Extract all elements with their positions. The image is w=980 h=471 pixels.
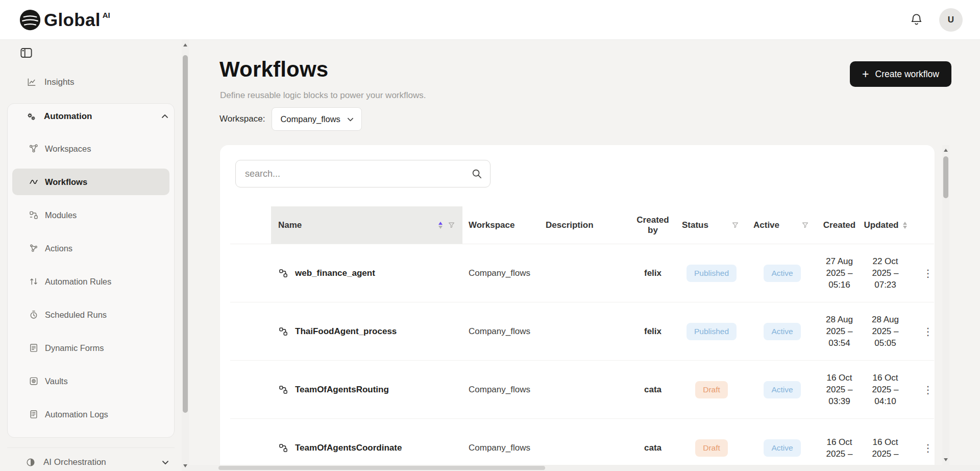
sidebar-item-workflows[interactable]: Workflows [12,169,169,195]
table-row[interactable]: TeamOfAgentsCoordinate Company_flows cat… [230,419,934,471]
kebab-menu-icon[interactable]: ⋮ [923,268,933,278]
workspaces-label: Workspaces [45,144,91,154]
sidebar-item-modules[interactable]: Modules [12,202,169,228]
create-workflow-button[interactable]: + Create workflow [850,61,951,87]
sidebar-item-automation[interactable]: Automation [8,104,174,129]
sidebar-item-scheduled-runs[interactable]: Scheduled Runs [12,301,169,328]
sidebar-item-insights[interactable]: Insights [7,69,175,95]
table-scrollbar-thumb[interactable] [943,156,948,198]
active-badge: Active [764,265,800,282]
updated-cell: 16 Oct 2025 – [862,436,909,460]
app-header: Global AI U [0,0,980,40]
workflow-name-cell: web_finance_agent [271,268,462,278]
table-row[interactable]: TeamOfAgentsRouting Company_flows cata D… [230,361,934,419]
scroll-up-arrow[interactable] [942,146,949,154]
user-avatar[interactable]: U [939,8,963,32]
brand[interactable]: Global AI [18,8,110,32]
sidebar-scrollbar-thumb[interactable] [183,55,188,413]
brand-name: Global [44,8,101,32]
status-badge: Published [687,265,737,282]
table-row[interactable]: ThaiFoodAgent_process Company_flows feli… [230,302,934,361]
workflow-icon [278,385,288,395]
kebab-menu-icon[interactable]: ⋮ [923,385,933,395]
kebab-menu-icon[interactable]: ⋮ [923,443,933,453]
sidebar-item-actions[interactable]: Actions [12,235,169,262]
workflows-table: Name Workspace Description Created by St… [230,206,934,471]
name-header-label: Name [278,220,302,230]
column-header-status[interactable]: Status [676,206,747,244]
filter-icon[interactable] [731,221,747,229]
automation-section: Automation Workspaces Workflows [7,103,175,438]
column-header-description: Description [540,206,630,244]
column-header-active[interactable]: Active [747,206,817,244]
sidebar-item-vaults[interactable]: Vaults [12,368,169,394]
column-header-created: Created [817,206,862,244]
sidebar: Insights Automation Workspaces [0,40,182,471]
workspace-dropdown[interactable]: Company_flows [272,107,361,131]
workflows-label: Workflows [45,177,87,187]
insights-chart-icon [27,77,37,87]
workflow-name-link[interactable]: web_finance_agent [295,268,375,278]
select-column-header [230,206,271,244]
kebab-menu-icon[interactable]: ⋮ [923,326,933,337]
active-badge: Active [764,381,800,398]
column-header-created-by: Created by [630,206,676,244]
search-input[interactable] [235,160,491,187]
active-badge: Active [764,323,800,340]
sidebar-item-ai-orchestration[interactable]: AI Orchestration [7,448,175,471]
workflow-icon [278,326,288,337]
created-cell: 28 Aug 2025 – 03:54 [817,314,862,349]
sidebar-collapse-icon[interactable] [19,46,35,61]
scroll-down-arrow[interactable] [182,462,189,470]
vaults-label: Vaults [45,376,68,386]
automation-logs-icon [29,409,39,419]
horizontal-scrollbar-thumb[interactable] [218,466,545,470]
sort-icon[interactable] [438,222,443,229]
sidebar-item-dynamic-forms[interactable]: Dynamic Forms [12,335,169,361]
workspaces-icon [29,144,39,154]
brand-logo-icon [18,8,42,32]
sidebar-item-workspaces[interactable]: Workspaces [12,135,169,162]
sidebar-scrollbar[interactable] [182,40,189,471]
updated-cell: 16 Oct 2025 – 04:10 [862,372,909,407]
automation-gears-icon [26,111,36,122]
insights-label: Insights [44,77,75,87]
status-badge: Draft [695,381,728,398]
table-row[interactable]: web_finance_agent Company_flows felix Pu… [230,244,934,302]
ai-orchestration-icon [26,457,36,467]
workflow-name-link[interactable]: TeamOfAgentsCoordinate [295,443,402,453]
sidebar-item-automation-logs[interactable]: Automation Logs [12,401,169,428]
created-by-cell: felix [630,268,676,278]
chevron-down-icon [161,458,175,466]
created-by-cell: felix [630,326,676,337]
workflow-name-cell: ThaiFoodAgent_process [271,326,462,337]
filter-icon[interactable] [801,221,817,229]
sort-icon[interactable] [903,222,907,229]
scroll-up-arrow[interactable] [182,41,189,49]
filter-icon[interactable] [448,221,455,229]
workflow-name-link[interactable]: TeamOfAgentsRouting [295,385,389,395]
workflow-name-link[interactable]: ThaiFoodAgent_process [295,326,397,337]
column-header-updated[interactable]: Updated [862,206,909,244]
table-scrollbar[interactable] [942,145,949,465]
workspace-cell: Company_flows [462,326,540,337]
workspace-dropdown-value: Company_flows [280,114,340,124]
horizontal-scrollbar[interactable] [189,465,980,471]
vaults-icon [29,376,39,386]
scheduled-runs-label: Scheduled Runs [45,310,107,320]
notifications-bell-icon[interactable] [909,12,924,28]
plus-icon: + [862,68,869,80]
workflow-name-cell: TeamOfAgentsCoordinate [271,443,462,453]
created-cell: 16 Oct 2025 – [817,436,862,460]
automation-rules-icon [29,276,39,287]
sidebar-item-automation-rules[interactable]: Automation Rules [12,268,169,295]
created-by-cell: cata [630,443,676,453]
updated-cell: 22 Oct 2025 – 07:23 [862,255,909,291]
column-header-name[interactable]: Name [271,206,462,244]
search-icon[interactable] [471,168,482,179]
page-title: Workflows [219,57,328,82]
dynamic-forms-icon [29,343,39,353]
scroll-down-arrow[interactable] [942,456,949,464]
dynamic-forms-label: Dynamic Forms [45,343,104,353]
chevron-up-icon [161,112,169,121]
